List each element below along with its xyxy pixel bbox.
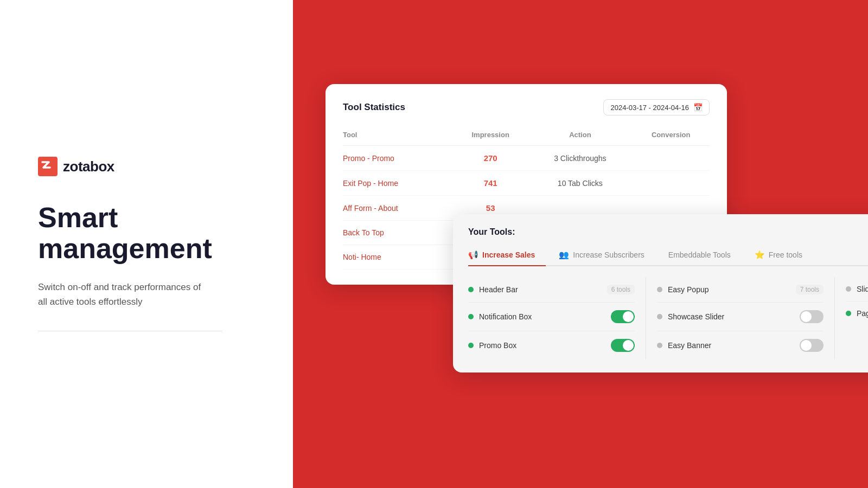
status-dot-active [468,287,474,292]
status-dot-active [468,314,474,319]
toggle-knob [801,311,812,322]
list-item: Page Builder [846,301,868,325]
date-range-text: 2024-03-17 - 2024-04-16 [610,104,689,112]
action-value: 3 Clickthroughs [528,146,632,171]
table-row: Promo - Promo 270 3 Clickthroughs [343,146,710,171]
tools-column-1: Header Bar 6 tools Notification Box [468,277,646,359]
status-dot-inactive [657,343,662,348]
tool-name[interactable]: Aff Form - About [343,196,453,221]
notification-box-toggle[interactable] [611,310,635,323]
tool-name[interactable]: Exit Pop - Home [343,171,453,196]
tool-name[interactable]: Noti- Home [343,245,453,269]
tab-label: Embeddable Tools [668,251,731,259]
tools-card-header: Your Tools: [468,227,868,237]
megaphone-icon: 📢 [468,250,478,260]
tools-grid: Header Bar 6 tools Notification Box [468,277,868,359]
list-item: Easy Banner [657,331,824,359]
svg-rect-0 [38,157,58,176]
tool-name-header-bar: Header Bar [479,285,518,294]
list-item: Notification Box [468,303,635,331]
tab-increase-subscribers[interactable]: 👥 Increase Subscribers [559,246,655,265]
tool-name-slide-box: Slide Box [857,285,868,293]
impression-value: 270 [453,146,528,171]
tool-info: Easy Banner [657,341,711,350]
status-dot-inactive [846,286,851,292]
tab-embeddable-tools[interactable]: Embeddable Tools [668,246,742,265]
status-dot-inactive [657,314,662,319]
tool-info: Notification Box [468,312,532,321]
tool-info: Slide Box [846,285,868,293]
tool-name-promo-box: Promo Box [479,341,516,350]
list-item: Showcase Slider [657,303,824,331]
tool-count: 6 tools [607,285,635,294]
tab-label: Increase Subscribers [573,251,644,259]
hero-description: Switch on-off and track performances of … [38,280,212,309]
list-item: Slide Box [846,277,868,301]
tool-name[interactable]: Back To Top [343,221,453,245]
left-panel: zotabox Smart management Switch on-off a… [0,0,293,488]
tool-count: 7 tools [796,285,824,294]
stats-card-header: Tool Statistics 2024-03-17 - 2024-04-16 … [343,99,710,115]
col-tool: Tool [343,126,453,146]
showcase-slider-toggle[interactable] [800,310,824,323]
conversion-value [633,171,710,196]
tab-label: Free tools [769,251,802,259]
tools-column-2: Easy Popup 7 tools Showcase Slider [657,277,835,359]
users-icon: 👥 [559,250,569,260]
toggle-knob [801,340,812,351]
hero-divider [38,331,222,331]
toggle-knob [623,340,634,351]
status-dot-active [468,343,474,348]
tool-name-easy-popup: Easy Popup [668,285,709,294]
tools-column-3: Slide Box Page Builder [846,277,868,359]
calendar-icon: 📅 [693,103,703,112]
logo-text: zotabox [63,158,114,175]
tool-info: Easy Popup [657,285,709,294]
impression-value: 741 [453,171,528,196]
tool-info: Showcase Slider [657,312,724,321]
tool-name-easy-banner: Easy Banner [668,341,711,350]
tool-name-page-builder: Page Builder [857,309,868,318]
tool-name[interactable]: Promo - Promo [343,146,453,171]
tool-info: Header Bar [468,285,518,294]
tool-name-showcase-slider: Showcase Slider [668,312,724,321]
table-row: Exit Pop - Home 741 10 Tab Clicks [343,171,710,196]
date-range-selector[interactable]: 2024-03-17 - 2024-04-16 📅 [603,99,710,115]
tools-tabs: 📢 Increase Sales 👥 Increase Subscribers … [468,246,868,266]
status-dot-inactive [657,287,662,292]
star-icon: ⭐ [755,250,765,260]
tab-label: Increase Sales [482,251,535,259]
tab-increase-sales[interactable]: 📢 Increase Sales [468,246,546,265]
promo-box-toggle[interactable] [611,339,635,352]
conversion-value [633,146,710,171]
list-item: Easy Popup 7 tools [657,277,824,303]
status-dot-active [846,311,851,316]
easy-banner-toggle[interactable] [800,339,824,352]
tool-info: Promo Box [468,341,516,350]
right-panel: Tool Statistics 2024-03-17 - 2024-04-16 … [293,0,868,488]
hero-title: Smart management [38,202,255,264]
tool-info: Page Builder [846,309,868,318]
list-item: Promo Box [468,331,635,359]
col-impression: Impression [453,126,528,146]
tool-name-notification-box: Notification Box [479,312,532,321]
list-item: Header Bar 6 tools [468,277,635,303]
logo-row: zotabox [38,157,255,176]
zotabox-logo-icon [38,157,58,176]
action-value: 10 Tab Clicks [528,171,632,196]
tools-card: Your Tools: 📢 Increase Sales 👥 Increase … [453,214,868,373]
stats-title: Tool Statistics [343,102,405,113]
tab-free-tools[interactable]: ⭐ Free tools [755,246,813,265]
toggle-knob [623,311,634,322]
col-conversion: Conversion [633,126,710,146]
col-action: Action [528,126,632,146]
